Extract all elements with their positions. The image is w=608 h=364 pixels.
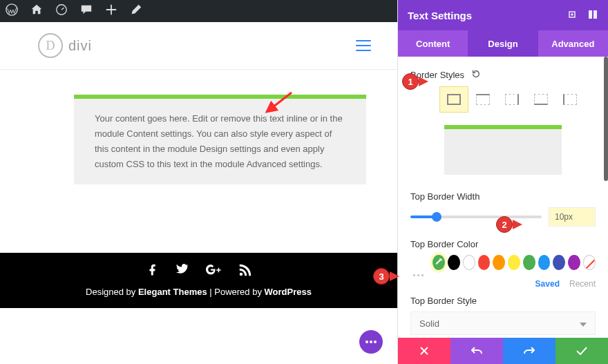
twitter-icon[interactable]	[175, 264, 189, 280]
divi-fab[interactable]	[359, 330, 383, 354]
save-button[interactable]	[555, 338, 608, 364]
border-style-left[interactable]	[555, 86, 585, 113]
swatch-blue[interactable]	[538, 255, 551, 270]
panel-scrollbar[interactable]	[604, 57, 608, 181]
site-footer: Designed by Elegant Themes | Powered by …	[0, 253, 397, 308]
cancel-button[interactable]	[398, 338, 450, 364]
swatch-black[interactable]	[448, 255, 460, 270]
saved-colors-tab[interactable]: Saved	[535, 279, 560, 289]
svg-line-2	[267, 93, 292, 112]
redo-button[interactable]	[503, 338, 555, 364]
border-style-picker	[439, 86, 596, 113]
swatch-none[interactable]	[583, 255, 596, 270]
border-width-value[interactable]: 10px	[549, 207, 596, 227]
reset-icon[interactable]	[471, 69, 481, 81]
border-style-bottom[interactable]	[526, 86, 555, 113]
expand-icon[interactable]	[557, 9, 578, 22]
border-style-top[interactable]	[468, 86, 497, 113]
callout-1: 1	[402, 73, 428, 90]
svg-rect-6	[589, 10, 592, 19]
annotation-arrow	[263, 91, 297, 119]
swatch-indigo[interactable]	[553, 255, 565, 270]
undo-button[interactable]	[450, 338, 503, 364]
comments-icon[interactable]	[80, 3, 93, 19]
swatch-red[interactable]	[478, 255, 491, 270]
swatch-purple[interactable]	[568, 255, 580, 270]
page-preview: D divi Your content goes here. Edit or r…	[0, 22, 397, 364]
panel-tabs: Content Design Advanced	[398, 30, 608, 57]
menu-icon[interactable]	[356, 40, 371, 51]
swatch-orange[interactable]	[493, 255, 505, 270]
snap-icon[interactable]	[578, 9, 598, 22]
site-logo[interactable]: D divi	[38, 33, 92, 58]
border-preview	[444, 125, 562, 175]
facebook-icon[interactable]	[146, 264, 159, 280]
swatch-yellow[interactable]	[508, 255, 520, 270]
logo-text: divi	[68, 38, 92, 54]
border-style-right[interactable]	[497, 86, 526, 113]
eyedropper-swatch[interactable]	[433, 255, 445, 270]
settings-panel: Text Settings Content Design Advanced Bo…	[397, 0, 608, 364]
chevron-down-icon	[580, 318, 587, 329]
wordpress-icon[interactable]	[6, 3, 18, 19]
callout-2: 2	[496, 216, 522, 233]
border-style-dropdown[interactable]: Solid	[410, 312, 596, 335]
footer-credit: Designed by Elegant Themes | Powered by …	[86, 287, 312, 297]
color-swatches	[433, 255, 596, 270]
recent-colors-tab[interactable]: Recent	[569, 279, 596, 289]
swatch-green[interactable]	[523, 255, 535, 270]
text-module[interactable]: Your content goes here. Edit or remove t…	[74, 95, 366, 184]
svg-point-3	[239, 273, 243, 276]
add-icon[interactable]	[105, 3, 117, 19]
panel-header: Text Settings	[398, 0, 608, 30]
tab-design[interactable]: Design	[468, 30, 538, 57]
top-border-width-label: Top Border Width	[410, 191, 479, 202]
swatch-white[interactable]	[463, 255, 475, 270]
svg-rect-7	[593, 10, 597, 19]
top-border-color-label: Top Border Color	[410, 239, 478, 249]
top-border-style-label: Top Border Style	[410, 296, 477, 306]
panel-actions	[398, 338, 608, 364]
panel-title: Text Settings	[408, 10, 472, 21]
tab-advanced[interactable]: Advanced	[538, 30, 608, 57]
logo-mark: D	[38, 33, 63, 58]
dashboard-icon[interactable]	[55, 3, 68, 19]
more-colors-icon[interactable]	[413, 274, 596, 276]
googleplus-icon[interactable]	[206, 264, 222, 280]
home-icon[interactable]	[30, 3, 43, 19]
callout-3: 3	[373, 268, 399, 285]
edit-icon[interactable]	[130, 3, 142, 19]
svg-point-5	[571, 14, 573, 15]
rss-icon[interactable]	[239, 264, 251, 280]
border-style-all[interactable]	[439, 86, 468, 113]
tab-content[interactable]: Content	[398, 30, 468, 57]
